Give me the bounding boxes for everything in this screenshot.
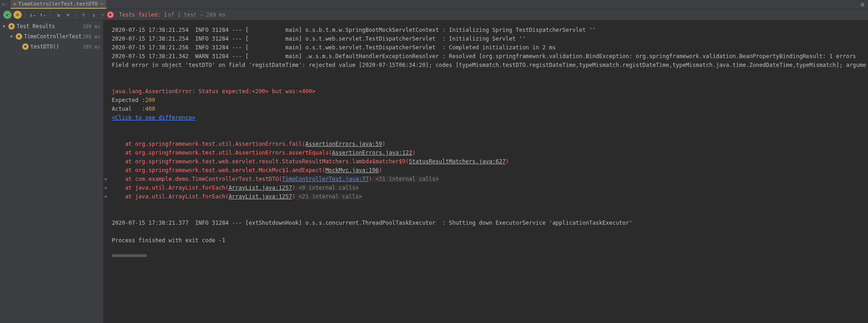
gear-icon[interactable]: ⚙: [861, 1, 864, 8]
prev-fail-button[interactable]: ↑: [79, 10, 88, 19]
divider: [25, 11, 25, 18]
actual-line: Actual :400: [112, 105, 863, 114]
assertion-error: java.lang.AssertionError: Status expecte…: [112, 87, 863, 96]
tab-bar: n: ⊘ TimeControllerTest.testDTO × ⚙: [0, 0, 868, 9]
source-link[interactable]: TimeControllerTest.java:77: [282, 176, 369, 182]
tree-root[interactable]: ▼ ✖ Test Results 289 ms: [0, 21, 103, 31]
see-difference-link[interactable]: <Click to see difference>: [112, 114, 195, 121]
test-icon: ⊘: [13, 1, 16, 6]
status-tail: of 1 test – 289 ms: [168, 12, 225, 18]
tree-method[interactable]: ✖ testDTO() 289 ms: [0, 42, 103, 52]
log-line: 2020-07-15 17:38:21.377 INFO 31284 --- […: [112, 219, 863, 227]
tree-label: TimeControllerTest: [24, 33, 82, 40]
run-tab[interactable]: ⊘ TimeControllerTest.testDTO ×: [11, 0, 106, 9]
source-link[interactable]: StatusResultMatchers.java:627: [409, 158, 506, 165]
run-config-label: n:: [2, 1, 8, 7]
divider: [50, 11, 51, 18]
log-line: Field error in object 'testDTO' on field…: [112, 61, 863, 70]
fail-icon: ✖: [8, 23, 15, 30]
tab-title: TimeControllerTest.testDTO: [18, 1, 97, 7]
source-link[interactable]: AssertionErrors.java:122: [332, 150, 412, 156]
tree-time: 289 ms: [83, 24, 100, 29]
expand-frames-icon[interactable]: ⊞: [103, 175, 108, 184]
stack-frame: at org.springframework.test.util.Asserti…: [112, 140, 863, 149]
source-link[interactable]: ArrayList.java:1257: [229, 193, 292, 200]
test-window-body: ▼ ✖ Test Results 289 ms ▼ ✖ TimeControll…: [0, 20, 868, 323]
more-actions-button[interactable]: »: [101, 12, 104, 18]
expand-frames-icon[interactable]: ⊞: [103, 184, 108, 192]
tree-class[interactable]: ▼ ✖ TimeControllerTest 289 ms: [0, 31, 103, 42]
exit-code-line: Process finished with exit code -1: [112, 236, 863, 245]
fail-icon: ✖: [16, 33, 22, 40]
collapse-all-button[interactable]: ⇱: [64, 10, 73, 19]
sort-desc-button[interactable]: ↑₌: [38, 10, 48, 19]
error-icon: ✖: [107, 12, 114, 18]
console-output[interactable]: 2020-07-15 17:38:21.254 INFO 31284 --- […: [103, 20, 868, 323]
horizontal-scrollbar[interactable]: [112, 254, 147, 257]
sort-asc-button[interactable]: ↓₌: [28, 10, 37, 19]
log-line: 2020-07-15 17:38:21.254 INFO 31284 --- […: [112, 26, 863, 35]
log-line: 2020-07-15 17:38:21.254 INFO 31284 --- […: [112, 35, 863, 43]
close-icon[interactable]: ×: [100, 1, 103, 7]
expected-line: Expected :200: [112, 96, 863, 105]
stack-frame: at org.springframework.test.web.servlet.…: [112, 166, 863, 175]
chevron-down-icon[interactable]: ▼: [10, 34, 16, 39]
expand-frames-icon[interactable]: ⊞: [103, 192, 108, 201]
stack-frame: at org.springframework.test.web.servlet.…: [112, 157, 863, 166]
status-failed: Tests failed: 1: [119, 12, 167, 18]
show-passed-toggle[interactable]: ✔: [3, 10, 12, 19]
test-tree: ▼ ✖ Test Results 289 ms ▼ ✖ TimeControll…: [0, 20, 103, 323]
tree-time: 289 ms: [83, 34, 100, 39]
show-ignored-toggle[interactable]: ⊘: [13, 10, 22, 19]
tree-label: testDTO(): [30, 43, 59, 50]
tree-time: 289 ms: [83, 44, 100, 49]
log-line: 2020-07-15 17:38:21.342 WARN 31284 --- […: [112, 52, 863, 61]
stack-frame: ⊞ at java.util.ArrayList.forEach(ArrayLi…: [112, 192, 863, 201]
source-link[interactable]: ArrayList.java:1257: [229, 185, 292, 191]
next-fail-button[interactable]: ↓: [89, 10, 98, 19]
test-toolbar: ✔ ⊘ ↓₌ ↑₌ ⇲ ⇱ ↑ ↓ » ✖ Tests failed: 1 of…: [0, 9, 868, 20]
divider: [76, 11, 76, 18]
chevron-down-icon[interactable]: ▼: [3, 24, 8, 29]
stack-frame: ⊞ at com.example.demo.TimeControllerTest…: [112, 175, 863, 184]
expand-all-button[interactable]: ⇲: [54, 10, 63, 19]
log-line: 2020-07-15 17:38:21.256 INFO 31284 --- […: [112, 43, 863, 52]
stack-frame: ⊞ at java.util.ArrayList.forEach(ArrayLi…: [112, 184, 863, 192]
fail-icon: ✖: [22, 43, 29, 50]
tree-label: Test Results: [17, 23, 55, 30]
source-link[interactable]: MockMvc.java:196: [325, 167, 379, 173]
stack-frame: at org.springframework.test.util.Asserti…: [112, 149, 863, 157]
source-link[interactable]: AssertionErrors.java:59: [305, 141, 382, 147]
